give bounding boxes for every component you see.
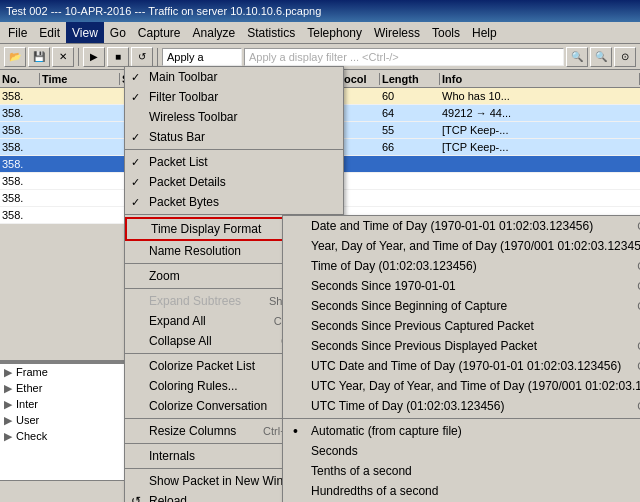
checkmark-icon: ✓ [131, 156, 140, 169]
view-menu-item[interactable]: ✓Packet Details [125, 172, 343, 192]
time-submenu: Date and Time of Day (1970-01-01 01:02:0… [282, 215, 640, 502]
menu-item-label: Colorize Packet List [149, 359, 255, 373]
filter-input[interactable]: Apply a display filter ... <Ctrl-/> [244, 48, 564, 66]
menu-item-label: Main Toolbar [149, 70, 217, 84]
time-submenu-item[interactable]: Seconds [283, 441, 640, 461]
cell-info: Who has 10... [440, 90, 640, 102]
view-menu-item[interactable]: ✓Packet List [125, 152, 343, 172]
toolbar-start-btn[interactable]: ▶ [83, 47, 105, 67]
col-len: Length [380, 73, 440, 85]
checkmark-icon: ✓ [131, 71, 140, 84]
cell-no: 358. [0, 192, 40, 204]
time-submenu-item[interactable]: Year, Day of Year, and Time of Day (1970… [283, 236, 640, 256]
menu-capture[interactable]: Capture [132, 22, 187, 43]
checkmark-icon: ✓ [131, 196, 140, 209]
menu-item-label: Expand All [149, 314, 206, 328]
menu-view[interactable]: View [66, 22, 104, 43]
cell-length: 55 [380, 124, 440, 136]
time-submenu-item[interactable]: Date and Time of Day (1970-01-01 01:02:0… [283, 216, 640, 236]
view-menu-item[interactable]: ✓Main Toolbar [125, 67, 343, 87]
time-submenu-item[interactable]: UTC Date and Time of Day (1970-01-01 01:… [283, 356, 640, 376]
cell-no: 358. [0, 175, 40, 187]
menu-separator [125, 149, 343, 150]
menu-statistics[interactable]: Statistics [241, 22, 301, 43]
view-menu-item[interactable]: ✓Filter Toolbar [125, 87, 343, 107]
cell-no: 358. [0, 124, 40, 136]
cell-no: 358. [0, 158, 40, 170]
submenu-item-label: Seconds Since Previous Captured Packet [311, 319, 534, 333]
submenu-item-label: Time of Day (01:02:03.123456) [311, 259, 477, 273]
bullet-icon: • [293, 423, 298, 439]
menu-item-label: Packet Bytes [149, 195, 219, 209]
time-submenu-item[interactable]: Seconds Since Previous Captured Packet [283, 316, 640, 336]
menu-item-label: Expand Subtrees [149, 294, 241, 308]
menu-go[interactable]: Go [104, 22, 132, 43]
toolbar-zoom-out[interactable]: 🔍 [590, 47, 612, 67]
menu-item-label: Time Display Format [151, 222, 261, 236]
toolbar-open-btn[interactable]: 📂 [4, 47, 26, 67]
menu-item-label: Zoom [149, 269, 180, 283]
toolbar-stop-btn[interactable]: ■ [107, 47, 129, 67]
col-no: No. [0, 73, 40, 85]
time-submenu-item[interactable]: Tenths of a second [283, 461, 640, 481]
menu-item-label: Packet Details [149, 175, 226, 189]
checkmark-icon: ✓ [131, 131, 140, 144]
checkmark-icon: ✓ [131, 91, 140, 104]
title-text: Test 002 --- 10-APR-2016 --- Traffic on … [6, 5, 321, 17]
detail-label: User [16, 414, 39, 426]
toolbar-zoom-in[interactable]: 🔍 [566, 47, 588, 67]
toolbar-close-btn[interactable]: ✕ [52, 47, 74, 67]
expand-arrow: ▶ [4, 414, 12, 427]
menu-wireless[interactable]: Wireless [368, 22, 426, 43]
detail-label: Ether [16, 382, 42, 394]
menu-item-label: Collapse All [149, 334, 212, 348]
view-menu-item[interactable]: ✓Packet Bytes [125, 192, 343, 212]
cell-length: 66 [380, 141, 440, 153]
toolbar-save-btn[interactable]: 💾 [28, 47, 50, 67]
menu-file[interactable]: File [2, 22, 33, 43]
checkmark-icon: ✓ [131, 176, 140, 189]
time-submenu-item[interactable]: Hundredths of a second [283, 481, 640, 501]
detail-label: Check [16, 430, 47, 442]
menu-edit[interactable]: Edit [33, 22, 66, 43]
toolbar-restart-btn[interactable]: ↺ [131, 47, 153, 67]
time-submenu-item[interactable]: UTC Time of Day (01:02:03.123456)Ctrl+Al… [283, 396, 640, 416]
menu-tools[interactable]: Tools [426, 22, 466, 43]
item-icon: ↺ [131, 494, 141, 502]
menu-item-label: Colorize Conversation [149, 399, 267, 413]
time-submenu-item[interactable]: UTC Year, Day of Year, and Time of Day (… [283, 376, 640, 396]
submenu-item-label: UTC Date and Time of Day (1970-01-01 01:… [311, 359, 621, 373]
expand-arrow: ▶ [4, 382, 12, 395]
menu-item-label: Internals [149, 449, 195, 463]
submenu-item-label: Tenths of a second [311, 464, 412, 478]
col-time: Time [40, 73, 120, 85]
expand-arrow: ▶ [4, 430, 12, 443]
menu-item-label: Coloring Rules... [149, 379, 238, 393]
time-submenu-item[interactable]: Time of Day (01:02:03.123456)Ctrl+Alt+2 [283, 256, 640, 276]
cell-no: 358. [0, 209, 40, 221]
view-menu-item[interactable]: Wireless Toolbar [125, 107, 343, 127]
detail-label: Inter [16, 398, 38, 410]
detail-label: Frame [16, 366, 48, 378]
submenu-item-label: Seconds Since Previous Displayed Packet [311, 339, 537, 353]
time-submenu-item[interactable]: Seconds Since Previous Displayed PacketC… [283, 336, 640, 356]
time-submenu-item[interactable]: Seconds Since Beginning of CaptureCtrl+A… [283, 296, 640, 316]
submenu-item-label: Seconds Since Beginning of Capture [311, 299, 507, 313]
cell-info: 49212 → 44... [440, 107, 640, 119]
cell-no: 358. [0, 90, 40, 102]
menu-help[interactable]: Help [466, 22, 503, 43]
time-submenu-item[interactable]: •Automatic (from capture file) [283, 421, 640, 441]
expand-arrow: ▶ [4, 366, 12, 379]
toolbar-zoom-reset[interactable]: ⊙ [614, 47, 636, 67]
view-menu-item[interactable]: ✓Status Bar [125, 127, 343, 147]
title-bar: Test 002 --- 10-APR-2016 --- Traffic on … [0, 0, 640, 22]
toolbar-sep1 [78, 48, 79, 66]
cell-length: 60 [380, 90, 440, 102]
menu-telephony[interactable]: Telephony [301, 22, 368, 43]
cell-info: [TCP Keep-... [440, 124, 640, 136]
menu-analyze[interactable]: Analyze [187, 22, 242, 43]
menu-item-label: Resize Columns [149, 424, 236, 438]
menu-item-label: Status Bar [149, 130, 205, 144]
time-submenu-item[interactable]: Seconds Since 1970-01-01Ctrl+Alt+3 [283, 276, 640, 296]
submenu-item-label: Seconds [311, 444, 358, 458]
